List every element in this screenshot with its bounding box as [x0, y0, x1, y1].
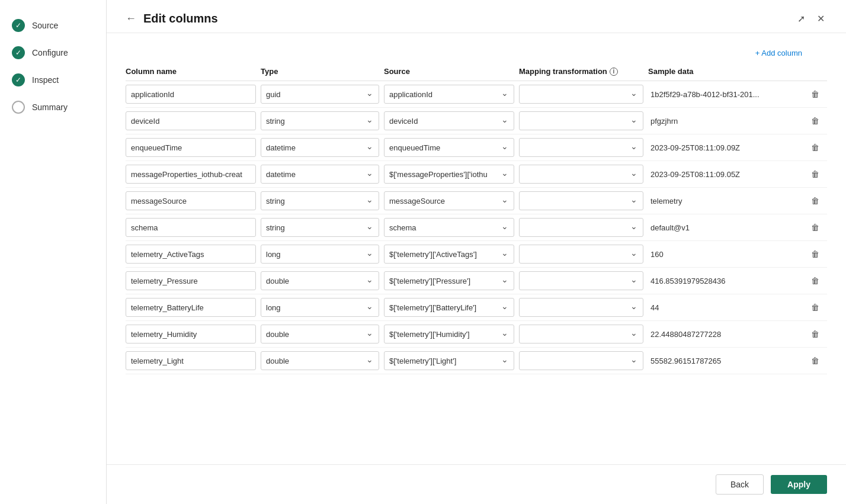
type-select[interactable]: guidstringdatetimelongdoublebooleaninteg…: [261, 325, 379, 344]
source-select[interactable]: $['telemetry']['Humidity']: [384, 325, 514, 344]
table-rows: guidstringdatetimelongdoublebooleaninteg…: [126, 81, 827, 374]
back-button[interactable]: ←: [126, 12, 136, 25]
footer-apply-button[interactable]: Apply: [771, 475, 827, 494]
column-name-input[interactable]: [126, 325, 256, 344]
mapping-select[interactable]: [519, 351, 643, 370]
source-select[interactable]: $['messageProperties']['iothu: [384, 165, 514, 184]
type-select[interactable]: guidstringdatetimelongdoublebooleaninteg…: [261, 138, 379, 157]
source-select-wrapper: $['messageProperties']['iothu: [384, 165, 514, 184]
sample-data-value: 160: [648, 250, 799, 259]
type-select[interactable]: guidstringdatetimelongdoublebooleaninteg…: [261, 271, 379, 290]
source-select[interactable]: applicationId: [384, 85, 514, 104]
mapping-select-wrapper: [519, 138, 643, 157]
expand-button[interactable]: ➚: [795, 11, 807, 27]
source-select[interactable]: $['telemetry']['ActiveTags']: [384, 245, 514, 264]
sidebar-item-inspect[interactable]: Inspect: [0, 66, 106, 94]
mapping-select-wrapper: [519, 298, 643, 317]
column-name-input[interactable]: [126, 245, 256, 264]
source-select[interactable]: $['telemetry']['Light']: [384, 351, 514, 370]
step-circle-inspect: [12, 73, 25, 86]
column-name-input[interactable]: [126, 271, 256, 290]
type-select[interactable]: guidstringdatetimelongdoublebooleaninteg…: [261, 351, 379, 370]
sidebar-item-source[interactable]: Source: [0, 12, 106, 39]
source-select[interactable]: messageSource: [384, 191, 514, 210]
mapping-info-icon: i: [610, 68, 618, 76]
mapping-select-wrapper: [519, 351, 643, 370]
source-select-wrapper: $['telemetry']['BatteryLife']: [384, 298, 514, 317]
mapping-select[interactable]: [519, 165, 643, 184]
type-select[interactable]: guidstringdatetimelongdoublebooleaninteg…: [261, 85, 379, 104]
mapping-select[interactable]: [519, 325, 643, 344]
type-select[interactable]: guidstringdatetimelongdoublebooleaninteg…: [261, 218, 379, 237]
column-name-input[interactable]: [126, 165, 256, 184]
close-button[interactable]: ✕: [815, 11, 827, 27]
delete-row-button[interactable]: 🗑: [803, 247, 827, 261]
delete-row-button[interactable]: 🗑: [803, 327, 827, 341]
footer-back-button[interactable]: Back: [716, 474, 764, 495]
sidebar-label-summary: Summary: [32, 102, 68, 112]
mapping-select[interactable]: [519, 111, 643, 130]
table-row: guidstringdatetimelongdoublebooleaninteg…: [126, 188, 827, 214]
type-select[interactable]: guidstringdatetimelongdoublebooleaninteg…: [261, 165, 379, 184]
delete-row-button[interactable]: 🗑: [803, 194, 827, 208]
page-title: Edit columns: [143, 12, 218, 25]
source-select[interactable]: $['telemetry']['BatteryLife']: [384, 298, 514, 317]
type-select-wrapper: guidstringdatetimelongdoublebooleaninteg…: [261, 85, 379, 104]
type-select[interactable]: guidstringdatetimelongdoublebooleaninteg…: [261, 298, 379, 317]
source-select-wrapper: enqueuedTime: [384, 138, 514, 157]
delete-row-button[interactable]: 🗑: [803, 354, 827, 368]
column-name-input[interactable]: [126, 85, 256, 104]
source-select-wrapper: $['telemetry']['Humidity']: [384, 325, 514, 344]
mapping-select[interactable]: [519, 138, 643, 157]
delete-row-button[interactable]: 🗑: [803, 87, 827, 101]
column-name-input[interactable]: [126, 351, 256, 370]
delete-row-button[interactable]: 🗑: [803, 140, 827, 155]
source-select-wrapper: messageSource: [384, 191, 514, 210]
type-select[interactable]: guidstringdatetimelongdoublebooleaninteg…: [261, 191, 379, 210]
delete-row-button[interactable]: 🗑: [803, 167, 827, 181]
delete-row-button[interactable]: 🗑: [803, 114, 827, 128]
type-select[interactable]: guidstringdatetimelongdoublebooleaninteg…: [261, 111, 379, 130]
type-select-wrapper: guidstringdatetimelongdoublebooleaninteg…: [261, 191, 379, 210]
source-select-wrapper: $['telemetry']['Light']: [384, 351, 514, 370]
sample-data-value: 44: [648, 303, 799, 312]
mapping-select[interactable]: [519, 191, 643, 210]
sidebar-item-configure[interactable]: Configure: [0, 39, 106, 66]
sample-data-value: 1b2f5f29-a78b-4012-bf31-201...: [648, 90, 799, 99]
mapping-select[interactable]: [519, 298, 643, 317]
mapping-select[interactable]: [519, 245, 643, 264]
source-select[interactable]: schema: [384, 218, 514, 237]
delete-row-button[interactable]: 🗑: [803, 274, 827, 288]
column-name-input[interactable]: [126, 218, 256, 237]
mapping-select[interactable]: [519, 271, 643, 290]
sidebar-item-summary[interactable]: Summary: [0, 94, 106, 121]
column-headers: Column name Type Source Mapping transfor…: [126, 61, 827, 81]
column-name-input[interactable]: [126, 298, 256, 317]
add-column-button[interactable]: + Add column: [749, 45, 808, 61]
type-select[interactable]: guidstringdatetimelongdoublebooleaninteg…: [261, 245, 379, 264]
column-name-input[interactable]: [126, 138, 256, 157]
delete-row-button[interactable]: 🗑: [803, 220, 827, 235]
table-container: Column name Type Source Mapping transfor…: [107, 61, 846, 464]
sidebar-label-inspect: Inspect: [32, 75, 59, 85]
type-select-wrapper: guidstringdatetimelongdoublebooleaninteg…: [261, 111, 379, 130]
source-select[interactable]: $['telemetry']['Pressure']: [384, 271, 514, 290]
source-select[interactable]: deviceId: [384, 111, 514, 130]
col-header-mapping: Mapping transformation i: [519, 67, 643, 76]
source-select-wrapper: $['telemetry']['ActiveTags']: [384, 245, 514, 264]
source-select[interactable]: enqueuedTime: [384, 138, 514, 157]
column-name-input[interactable]: [126, 191, 256, 210]
col-header-sample: Sample data: [648, 67, 799, 76]
mapping-select[interactable]: [519, 218, 643, 237]
top-action-row: + Add column: [107, 33, 846, 61]
column-name-input[interactable]: [126, 111, 256, 130]
col-header-name: Column name: [126, 67, 256, 76]
type-select-wrapper: guidstringdatetimelongdoublebooleaninteg…: [261, 271, 379, 290]
delete-row-button[interactable]: 🗑: [803, 300, 827, 314]
mapping-select[interactable]: [519, 85, 643, 104]
table-row: guidstringdatetimelongdoublebooleaninteg…: [126, 294, 827, 321]
step-circle-summary: [12, 101, 25, 114]
table-row: guidstringdatetimelongdoublebooleaninteg…: [126, 134, 827, 161]
table-row: guidstringdatetimelongdoublebooleaninteg…: [126, 81, 827, 108]
sample-data-value: 2023-09-25T08:11:09.05Z: [648, 170, 799, 179]
